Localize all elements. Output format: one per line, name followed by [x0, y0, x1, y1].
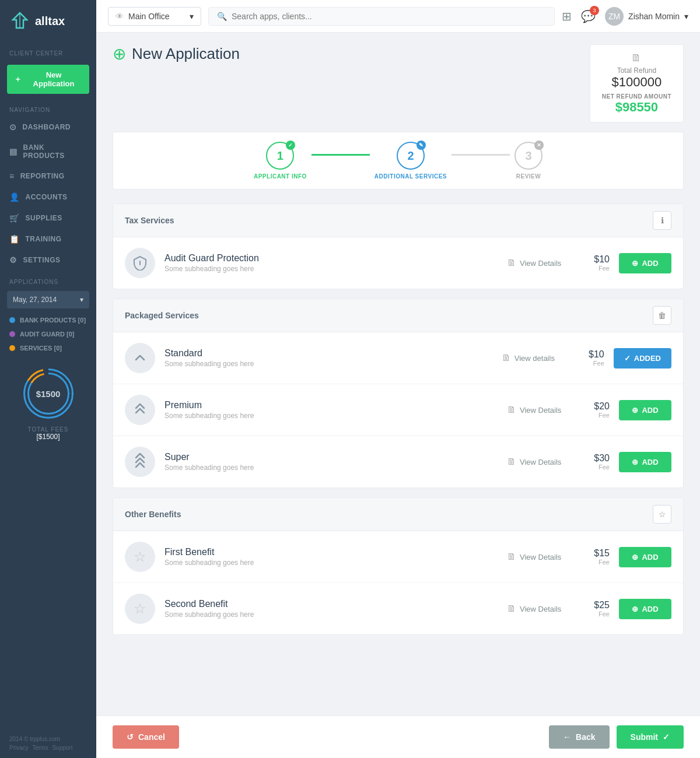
super-sub: Some subheading goes here	[164, 464, 498, 472]
total-fees-area: TOTAL FEES [$1500]	[28, 426, 69, 441]
sidebar-item-supplies[interactable]: 🛒 SUPPLIES	[0, 208, 96, 229]
grid-icon-wrap[interactable]: ⊞	[562, 9, 572, 23]
standard-amount: $10	[569, 349, 604, 360]
premium-add-button[interactable]: ⊕ ADD	[619, 400, 671, 420]
add-icon: ⊕	[632, 259, 638, 268]
info-icon: ℹ	[661, 216, 664, 225]
audit-guard-sub: Some subheading goes here	[164, 265, 498, 273]
main-content: 👁 Main Office ▾ 🔍 ⊞ 💬 3 ZM Zishan Momin …	[96, 0, 700, 758]
audit-guard-item: Audit Guard Protection Some subheading g…	[113, 237, 683, 289]
footer-year: 2014 © trpplus.com	[9, 736, 87, 742]
training-label: TRAINING	[26, 235, 62, 243]
audit-guard-icon	[125, 248, 155, 278]
packaged-services-icon-button[interactable]: 🗑	[653, 306, 671, 325]
first-benefit-amount: $15	[575, 548, 610, 559]
other-benefits-star-button[interactable]: ☆	[653, 505, 671, 524]
office-selector[interactable]: 👁 Main Office ▾	[108, 7, 201, 26]
sidebar-item-accounts[interactable]: 👤 ACCOUNTS	[0, 187, 96, 208]
tax-services-title: Tax Services	[125, 216, 174, 225]
star-icon: ☆	[659, 510, 666, 519]
audit-guard-stat-label: AUDIT GUARD [0]	[20, 331, 75, 338]
premium-price: $20 Fee	[575, 401, 610, 419]
search-bar[interactable]: 🔍	[208, 7, 555, 26]
super-add-button[interactable]: ⊕ ADD	[619, 452, 671, 472]
standard-added-button[interactable]: ✓ ADDED	[614, 348, 671, 369]
other-benefits-title: Other Benefits	[125, 510, 181, 519]
second-benefit-name: Second Benefit	[164, 599, 498, 609]
chat-icon-wrap[interactable]: 💬 3	[581, 9, 596, 23]
add-circle-icon: ⊕	[113, 44, 126, 64]
standard-view-details[interactable]: 🗎 View details	[502, 353, 560, 363]
second-benefit-view-details[interactable]: 🗎 View Details	[507, 603, 565, 614]
privacy-link[interactable]: Privacy	[9, 745, 29, 751]
standard-details-label: View details	[514, 354, 555, 363]
sidebar-item-bank-products[interactable]: ▤ BANK PRODUCTS	[0, 138, 96, 166]
sidebar-item-dashboard[interactable]: ⊙ DASHBOARD	[0, 117, 96, 138]
step-3: 3 ✕ REVIEW	[514, 142, 542, 180]
dashboard-label: DASHBOARD	[23, 123, 71, 131]
content-area: ⊕ New Application 🗎 Total Refund $100000…	[96, 33, 700, 758]
support-link[interactable]: Support	[52, 745, 72, 751]
back-button[interactable]: ← Back	[549, 725, 609, 749]
supplies-label: SUPPLIES	[26, 214, 62, 222]
first-benefit-icon: ☆	[125, 542, 155, 572]
donut-chart: $1500	[19, 364, 78, 423]
step-2: 2 ✎ ADDITIONAL SERVICES	[374, 142, 447, 180]
cancel-label: Cancel	[138, 732, 165, 742]
total-refund-amount: $100000	[602, 75, 671, 90]
standard-item: Standard Some subheading goes here 🗎 Vie…	[113, 332, 683, 384]
checkmark-icon: ✓	[663, 732, 670, 742]
settings-icon: ⚙	[9, 255, 18, 265]
first-benefit-view-details[interactable]: 🗎 View Details	[507, 552, 565, 562]
audit-guard-price: $10 Fee	[575, 254, 610, 272]
premium-view-details[interactable]: 🗎 View Details	[507, 405, 565, 415]
footer-links: Privacy Terms Support	[9, 745, 87, 751]
plus-icon: ＋	[14, 74, 22, 85]
tax-services-info-button[interactable]: ℹ	[653, 211, 671, 230]
chevron-down-icon: ▾	[190, 12, 194, 21]
refund-box: 🗎 Total Refund $100000 NET REFUND AMOUNT…	[590, 44, 684, 122]
first-benefit-price: $15 Fee	[575, 548, 610, 566]
new-app-label: New Application	[25, 71, 82, 88]
services-dot	[9, 345, 15, 351]
super-price: $30 Fee	[575, 453, 610, 471]
search-input[interactable]	[232, 12, 546, 21]
step-connector-2-3	[452, 154, 510, 156]
sidebar-item-reporting[interactable]: ≡ REPORTING	[0, 166, 96, 187]
bank-products-stat: BANK PRODUCTS [0]	[0, 313, 96, 327]
super-view-details[interactable]: 🗎 View Details	[507, 457, 565, 467]
office-name: Main Office	[128, 12, 170, 21]
sidebar-item-training[interactable]: 📋 TRAINING	[0, 229, 96, 250]
total-refund-label: Total Refund	[602, 66, 671, 75]
chevron-down-icon: ▾	[80, 296, 83, 304]
navigation-label: NAVIGATION	[0, 99, 96, 117]
user-menu[interactable]: ZM Zishan Momin ▾	[605, 7, 688, 26]
audit-guard-stat: AUDIT GUARD [0]	[0, 327, 96, 341]
cancel-button[interactable]: ↺ Cancel	[113, 725, 179, 749]
refund-icon: 🗎	[631, 52, 642, 64]
add-icon: ⊕	[632, 553, 638, 562]
second-benefit-add-button[interactable]: ⊕ ADD	[619, 599, 671, 619]
details-icon: 🗎	[507, 457, 516, 467]
step-2-circle: 2 ✎	[397, 142, 425, 170]
tax-services-section: Tax Services ℹ Audit Guard Protection So…	[113, 203, 684, 289]
reporting-label: REPORTING	[20, 172, 65, 180]
audit-guard-view-details[interactable]: 🗎 View Details	[507, 258, 565, 268]
date-selector[interactable]: May, 27, 2014 ▾	[7, 291, 89, 308]
audit-guard-name: Audit Guard Protection	[164, 253, 498, 264]
audit-guard-details-label: View Details	[520, 259, 561, 268]
second-benefit-item: ☆ Second Benefit Some subheading goes he…	[113, 583, 683, 634]
sidebar-item-settings[interactable]: ⚙ SETTINGS	[0, 250, 96, 271]
page-title-text: New Application	[132, 45, 240, 63]
submit-button[interactable]: Submit ✓	[617, 725, 684, 749]
other-benefits-section: Other Benefits ☆ ☆ First Benefit Some su…	[113, 497, 684, 635]
logo-icon	[9, 10, 30, 31]
step-1-check-icon: ✓	[286, 141, 295, 150]
audit-guard-add-button[interactable]: ⊕ Submit ADD	[619, 253, 671, 273]
terms-link[interactable]: Terms	[32, 745, 48, 751]
first-benefit-add-button[interactable]: ⊕ ADD	[619, 547, 671, 567]
checkmark-icon: ✓	[624, 354, 631, 363]
new-application-button[interactable]: ＋ New Application	[7, 65, 89, 94]
user-chevron-icon: ▾	[684, 12, 688, 21]
bank-products-icon: ▤	[9, 147, 18, 156]
